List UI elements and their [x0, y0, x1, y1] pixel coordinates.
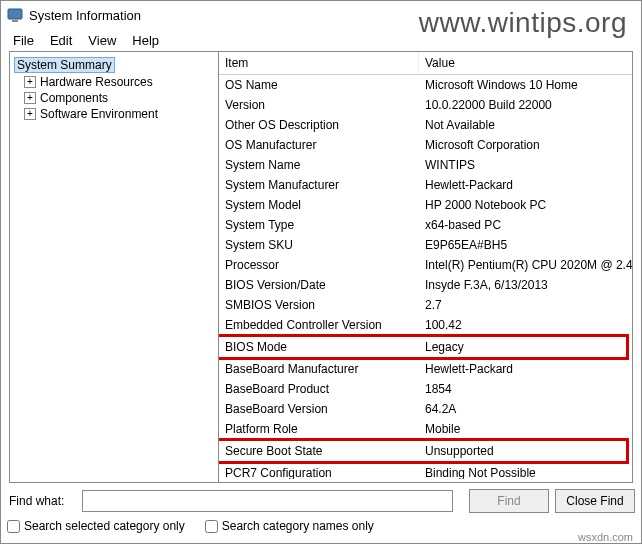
expand-icon[interactable]: +	[24, 108, 36, 120]
cell-item: Processor	[219, 257, 419, 273]
table-row[interactable]: Platform RoleMobile	[219, 419, 632, 439]
svg-rect-1	[12, 20, 18, 22]
cell-item: System SKU	[219, 237, 419, 253]
main-area: System Summary +Hardware Resources +Comp…	[9, 51, 633, 483]
cell-value: Hewlett-Packard	[419, 361, 632, 377]
table-row[interactable]: SMBIOS Version2.7	[219, 295, 632, 315]
cell-value: 100.42	[419, 317, 632, 333]
find-input[interactable]	[82, 490, 453, 512]
table-row[interactable]: Embedded Controller Version100.42	[219, 315, 632, 335]
cell-item: BaseBoard Version	[219, 401, 419, 417]
list-pane: Item Value OS NameMicrosoft Windows 10 H…	[219, 51, 633, 483]
cell-item: PCR7 Configuration	[219, 465, 419, 479]
cell-item: Version	[219, 97, 419, 113]
titlebar: System Information	[1, 1, 641, 29]
table-row[interactable]: Other OS DescriptionNot Available	[219, 115, 632, 135]
table-row[interactable]: BaseBoard ManufacturerHewlett-Packard	[219, 359, 632, 379]
menu-file[interactable]: File	[5, 31, 42, 50]
check-selected-category[interactable]: Search selected category only	[7, 519, 185, 533]
table-row[interactable]: BaseBoard Version64.2A	[219, 399, 632, 419]
expand-icon[interactable]: +	[24, 76, 36, 88]
cell-value: Intel(R) Pentium(R) CPU 2020M @ 2.40GHz,	[419, 257, 632, 273]
cell-item: OS Name	[219, 77, 419, 93]
tree-item-components[interactable]: +Components	[22, 90, 216, 106]
cell-item: Platform Role	[219, 421, 419, 437]
cell-item: OS Manufacturer	[219, 137, 419, 153]
table-row[interactable]: System NameWINTIPS	[219, 155, 632, 175]
tree-root[interactable]: System Summary	[12, 56, 216, 74]
table-row[interactable]: BIOS ModeLegacy	[219, 335, 632, 359]
cell-item: BaseBoard Manufacturer	[219, 361, 419, 377]
cell-value: x64-based PC	[419, 217, 632, 233]
menu-edit[interactable]: Edit	[42, 31, 80, 50]
table-row[interactable]: BaseBoard Product1854	[219, 379, 632, 399]
tree-item-software[interactable]: +Software Environment	[22, 106, 216, 122]
table-row[interactable]: PCR7 ConfigurationBinding Not Possible	[219, 463, 632, 479]
cell-item: Other OS Description	[219, 117, 419, 133]
cell-value: Legacy	[419, 339, 620, 355]
menubar: File Edit View Help	[1, 29, 641, 51]
cell-value: WINTIPS	[419, 157, 632, 173]
cell-value: 64.2A	[419, 401, 632, 417]
table-row[interactable]: OS NameMicrosoft Windows 10 Home	[219, 75, 632, 95]
find-label: Find what:	[7, 494, 82, 508]
table-row[interactable]: OS ManufacturerMicrosoft Corporation	[219, 135, 632, 155]
svg-rect-0	[8, 9, 22, 19]
cell-item: BIOS Version/Date	[219, 277, 419, 293]
tree-item-hardware[interactable]: +Hardware Resources	[22, 74, 216, 90]
cell-item: System Model	[219, 197, 419, 213]
menu-help[interactable]: Help	[124, 31, 167, 50]
cell-item: System Name	[219, 157, 419, 173]
cell-value: Unsupported	[419, 443, 620, 459]
menu-view[interactable]: View	[80, 31, 124, 50]
cell-item: Secure Boot State	[219, 443, 419, 459]
cell-item: BIOS Mode	[219, 339, 419, 355]
app-icon	[7, 7, 23, 23]
checkbox-selected[interactable]	[7, 520, 20, 533]
cell-item: System Manufacturer	[219, 177, 419, 193]
table-row[interactable]: System ManufacturerHewlett-Packard	[219, 175, 632, 195]
tree-root-label: System Summary	[14, 57, 115, 73]
table-row[interactable]: System SKUE9P65EA#BH5	[219, 235, 632, 255]
table-row[interactable]: System ModelHP 2000 Notebook PC	[219, 195, 632, 215]
list-header: Item Value	[219, 52, 632, 75]
cell-item: SMBIOS Version	[219, 297, 419, 313]
cell-value: Hewlett-Packard	[419, 177, 632, 193]
close-find-button[interactable]: Close Find	[555, 489, 635, 513]
find-bar: Find what: Find Close Find Search select…	[7, 487, 635, 537]
col-header-item[interactable]: Item	[219, 52, 419, 74]
table-row[interactable]: System Typex64-based PC	[219, 215, 632, 235]
window-title: System Information	[29, 8, 141, 23]
find-button[interactable]: Find	[469, 489, 549, 513]
table-row[interactable]: Secure Boot StateUnsupported	[219, 439, 632, 463]
cell-value: HP 2000 Notebook PC	[419, 197, 632, 213]
list-body[interactable]: OS NameMicrosoft Windows 10 HomeVersion1…	[219, 75, 632, 479]
cell-value: Not Available	[419, 117, 632, 133]
expand-icon[interactable]: +	[24, 92, 36, 104]
cell-value: 10.0.22000 Build 22000	[419, 97, 632, 113]
cell-value: 1854	[419, 381, 632, 397]
check-category-names[interactable]: Search category names only	[205, 519, 374, 533]
cell-item: System Type	[219, 217, 419, 233]
table-row[interactable]: BIOS Version/DateInsyde F.3A, 6/13/2013	[219, 275, 632, 295]
col-header-value[interactable]: Value	[419, 52, 632, 74]
cell-value: 2.7	[419, 297, 632, 313]
cell-value: Microsoft Corporation	[419, 137, 632, 153]
table-row[interactable]: Version10.0.22000 Build 22000	[219, 95, 632, 115]
cell-item: Embedded Controller Version	[219, 317, 419, 333]
checkbox-names[interactable]	[205, 520, 218, 533]
cell-value: Insyde F.3A, 6/13/2013	[419, 277, 632, 293]
cell-value: Microsoft Windows 10 Home	[419, 77, 632, 93]
cell-item: BaseBoard Product	[219, 381, 419, 397]
cell-value: Binding Not Possible	[419, 465, 632, 479]
cell-value: Mobile	[419, 421, 632, 437]
tree-pane: System Summary +Hardware Resources +Comp…	[9, 51, 219, 483]
table-row[interactable]: ProcessorIntel(R) Pentium(R) CPU 2020M @…	[219, 255, 632, 275]
cell-value: E9P65EA#BH5	[419, 237, 632, 253]
